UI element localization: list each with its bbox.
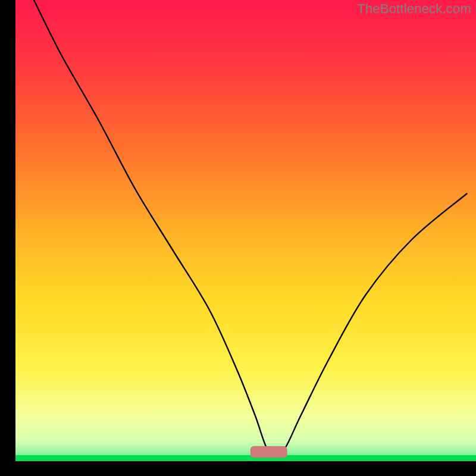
green-baseline — [15, 455, 476, 461]
watermark-text: TheBottleneck.com — [357, 1, 471, 17]
chart-stage: TheBottleneck.com — [0, 0, 476, 476]
bottleneck-chart — [0, 0, 476, 476]
optimum-marker — [250, 446, 287, 458]
